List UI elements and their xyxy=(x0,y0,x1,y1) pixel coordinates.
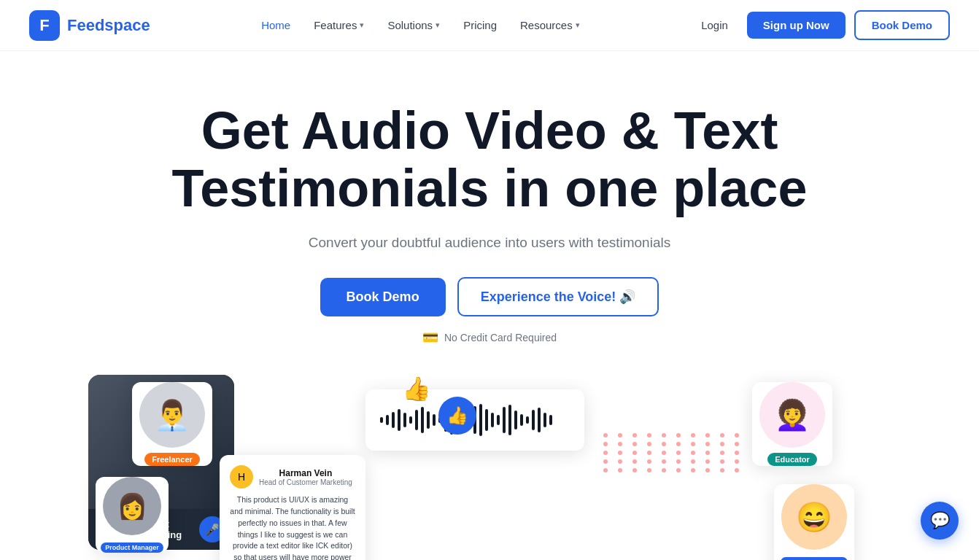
nav-home[interactable]: Home xyxy=(261,19,290,31)
signup-button[interactable]: Sign up Now xyxy=(747,12,846,39)
testimonial-name: Harman Vein xyxy=(259,468,352,478)
book-demo-nav-button[interactable]: Book Demo xyxy=(854,10,950,40)
educator-badge: Educator xyxy=(767,453,817,466)
nav-resources[interactable]: Resources ▾ xyxy=(520,19,580,31)
dot-grid-decoration xyxy=(603,433,745,472)
navbar: F Feedspace Home Features ▾ Solutions ▾ … xyxy=(0,0,979,51)
hero-subtext: Convert your doubtful audience into user… xyxy=(15,235,964,251)
text-testimonial-card: H Harman Vein Head of Customer Marketing… xyxy=(220,455,365,560)
like-icon-large: 👍 xyxy=(438,397,476,435)
educator-avatar: 👩‍🦱 xyxy=(759,382,825,448)
book-demo-hero-button[interactable]: Book Demo xyxy=(320,278,446,316)
testimonial-avatar-icon: H xyxy=(230,465,253,489)
chat-button[interactable]: 💬 xyxy=(921,502,959,540)
nav-features[interactable]: Features ▾ xyxy=(314,19,364,31)
login-button[interactable]: Login xyxy=(691,13,738,37)
logo[interactable]: F Feedspace xyxy=(29,10,150,41)
credit-card-icon: 💳 xyxy=(422,330,438,346)
freelancer-avatar: 👨‍💼 xyxy=(139,382,205,448)
freelancer-badge: Freelancer xyxy=(144,453,200,466)
hero-buttons: Book Demo Experience the Voice! 🔊 xyxy=(15,277,964,316)
hero-visual: 👨‍💼 Freelancer 👩 Product Manager 👱‍♀️ ⏺ … xyxy=(88,375,891,560)
educator-card: 👩‍🦱 Educator xyxy=(752,382,832,466)
nav-actions: Login Sign up Now Book Demo xyxy=(691,10,950,40)
logo-icon: F xyxy=(29,10,60,41)
chat-icon: 💬 xyxy=(930,511,950,530)
hr-badge: Human Resources xyxy=(781,557,847,560)
hr-card: 😄 Human Resources xyxy=(774,484,854,560)
product-manager-card: 👩 Product Manager xyxy=(96,477,169,553)
pm-badge: Product Manager xyxy=(101,542,163,553)
testimonial-text: This product is UI/UX is amazing and min… xyxy=(230,494,355,560)
hr-avatar: 😄 xyxy=(781,484,847,550)
nav-solutions[interactable]: Solutions ▾ xyxy=(387,19,440,31)
experience-voice-button[interactable]: Experience the Voice! 🔊 xyxy=(457,277,659,316)
chevron-down-icon: ▾ xyxy=(576,20,580,30)
no-credit-card-notice: 💳 No Credit Card Required xyxy=(15,330,964,346)
hero-heading: Get Audio Video & Text Testimonials in o… xyxy=(169,102,810,217)
pm-avatar: 👩 xyxy=(103,477,161,535)
logo-text: Feedspace xyxy=(67,16,150,35)
chevron-down-icon: ▾ xyxy=(360,20,364,30)
nav-links: Home Features ▾ Solutions ▾ Pricing Reso… xyxy=(261,19,580,31)
testimonial-role: Head of Customer Marketing xyxy=(259,478,352,486)
freelancer-card: 👨‍💼 Freelancer xyxy=(132,382,212,466)
hero-section: Get Audio Video & Text Testimonials in o… xyxy=(0,51,979,560)
like-icon-small: 👍 xyxy=(402,375,431,402)
nav-pricing[interactable]: Pricing xyxy=(463,19,497,31)
chevron-down-icon: ▾ xyxy=(436,20,440,30)
